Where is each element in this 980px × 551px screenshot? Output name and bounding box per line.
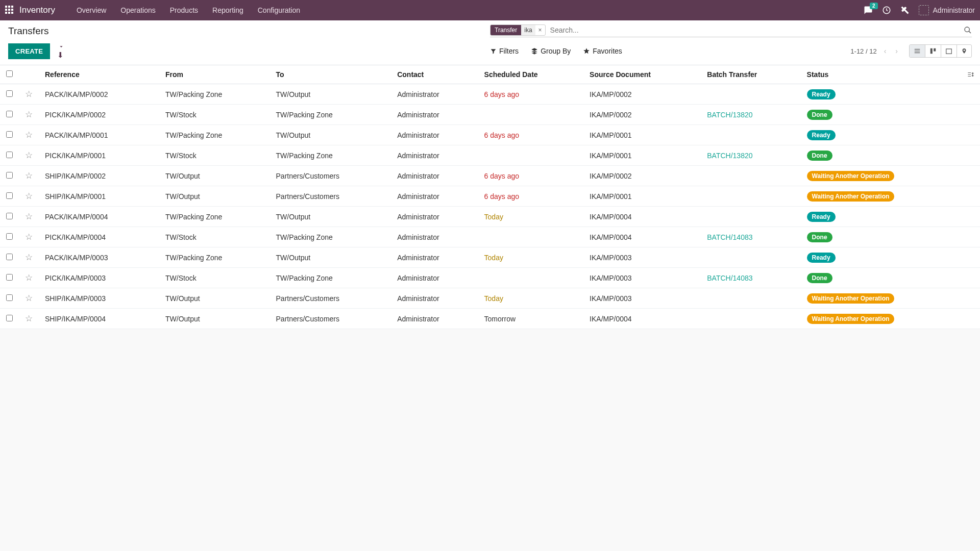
cell-contact: Administrator [391,227,478,247]
star-toggle[interactable]: ☆ [19,268,39,288]
table-row[interactable]: ☆PICK/IKA/MP/0004TW/StockTW/Packing Zone… [0,227,980,247]
nav-products[interactable]: Products [163,6,205,14]
cell-batch [701,166,800,186]
star-toggle[interactable]: ☆ [19,186,39,207]
col-source[interactable]: Source Document [583,65,701,84]
cell-date: Today [478,247,584,268]
star-toggle[interactable]: ☆ [19,145,39,166]
table-row[interactable]: ☆PACK/IKA/MP/0002TW/Packing ZoneTW/Outpu… [0,84,980,105]
tools-icon[interactable] [900,6,910,15]
nav-configuration[interactable]: Configuration [251,6,307,14]
table-row[interactable]: ☆PACK/IKA/MP/0004TW/Packing ZoneTW/Outpu… [0,207,980,227]
messages-button[interactable]: 2 [864,6,873,15]
cell-date: 6 days ago [478,186,584,207]
table-row[interactable]: ☆SHIP/IKA/MP/0001TW/OutputPartners/Custo… [0,186,980,207]
row-checkbox[interactable] [6,315,13,321]
cell-contact: Administrator [391,186,478,207]
cell-from: TW/Packing Zone [159,84,270,105]
col-from[interactable]: From [159,65,270,84]
row-checkbox[interactable] [6,294,13,301]
cell-from: TW/Stock [159,268,270,288]
cell-to: TW/Packing Zone [270,268,391,288]
table-row[interactable]: ☆PICK/IKA/MP/0002TW/StockTW/Packing Zone… [0,105,980,125]
table-row[interactable]: ☆SHIP/IKA/MP/0002TW/OutputPartners/Custo… [0,166,980,186]
row-checkbox[interactable] [6,274,13,281]
cell-batch[interactable]: BATCH/14083 [701,268,800,288]
row-checkbox[interactable] [6,131,13,138]
app-brand[interactable]: Inventory [19,5,55,15]
nav-overview[interactable]: Overview [69,6,113,14]
optional-fields-icon[interactable] [961,65,980,84]
nav-reporting[interactable]: Reporting [205,6,251,14]
table-row[interactable]: ☆PACK/IKA/MP/0003TW/Packing ZoneTW/Outpu… [0,247,980,268]
row-checkbox[interactable] [6,111,13,117]
create-button[interactable]: CREATE [8,43,50,59]
cell-date [478,227,584,247]
pager-text[interactable]: 1-12 / 12 [850,47,876,55]
row-checkbox[interactable] [6,90,13,97]
kanban-view-icon[interactable] [925,45,941,57]
facet-remove-icon[interactable]: × [535,27,545,34]
row-checkbox[interactable] [6,172,13,179]
star-toggle[interactable]: ☆ [19,166,39,186]
cell-contact: Administrator [391,105,478,125]
user-menu[interactable]: Administrator [919,5,975,15]
nav-operations[interactable]: Operations [113,6,162,14]
map-view-icon[interactable] [957,45,971,57]
svg-rect-3 [934,48,936,52]
apps-icon[interactable] [5,6,14,15]
table-row[interactable]: ☆SHIP/IKA/MP/0004TW/OutputPartners/Custo… [0,309,980,329]
table-row[interactable]: ☆PACK/IKA/MP/0001TW/Packing ZoneTW/Outpu… [0,125,980,145]
star-toggle[interactable]: ☆ [19,309,39,329]
svg-rect-4 [946,49,952,54]
favorites-button[interactable]: Favorites [583,47,622,55]
row-checkbox[interactable] [6,254,13,260]
cell-to: TW/Output [270,84,391,105]
search-icon[interactable] [964,26,972,34]
breadcrumb: Transfers [8,26,49,37]
download-icon[interactable]: ⬇ [57,42,65,60]
star-icon [583,47,590,55]
star-toggle[interactable]: ☆ [19,247,39,268]
cell-from: TW/Output [159,309,270,329]
cell-batch [701,186,800,207]
groupby-button[interactable]: Group By [531,47,571,55]
col-batch[interactable]: Batch Transfer [701,65,800,84]
cell-batch[interactable]: BATCH/13820 [701,145,800,166]
table-row[interactable]: ☆SHIP/IKA/MP/0003TW/OutputPartners/Custo… [0,288,980,309]
star-toggle[interactable]: ☆ [19,84,39,105]
col-to[interactable]: To [270,65,391,84]
layers-icon [531,47,538,55]
cell-to: Partners/Customers [270,186,391,207]
star-toggle[interactable]: ☆ [19,105,39,125]
star-toggle[interactable]: ☆ [19,207,39,227]
star-toggle[interactable]: ☆ [19,288,39,309]
table-row[interactable]: ☆PICK/IKA/MP/0001TW/StockTW/Packing Zone… [0,145,980,166]
search-bar[interactable]: Transfer ika × [490,24,972,37]
table-row[interactable]: ☆PICK/IKA/MP/0003TW/StockTW/Packing Zone… [0,268,980,288]
col-status[interactable]: Status [801,65,961,84]
cell-batch[interactable]: BATCH/14083 [701,227,800,247]
star-toggle[interactable]: ☆ [19,227,39,247]
activity-icon[interactable] [882,6,891,15]
calendar-view-icon[interactable] [941,45,957,57]
cell-status: Done [801,227,961,247]
search-input[interactable] [549,24,964,36]
pager-prev-icon[interactable]: ‹ [882,46,889,56]
col-contact[interactable]: Contact [391,65,478,84]
row-checkbox[interactable] [6,213,13,219]
col-reference[interactable]: Reference [39,65,159,84]
avatar-icon [919,5,929,15]
row-checkbox[interactable] [6,152,13,158]
list-view-icon[interactable] [910,45,925,57]
filters-button[interactable]: Filters [490,47,519,55]
cell-contact: Administrator [391,166,478,186]
cell-source: IKA/MP/0004 [583,207,701,227]
star-toggle[interactable]: ☆ [19,125,39,145]
row-checkbox[interactable] [6,233,13,240]
select-all-checkbox[interactable] [6,70,13,77]
pager-next-icon[interactable]: › [893,46,900,56]
col-date[interactable]: Scheduled Date [478,65,584,84]
cell-batch[interactable]: BATCH/13820 [701,105,800,125]
row-checkbox[interactable] [6,192,13,199]
